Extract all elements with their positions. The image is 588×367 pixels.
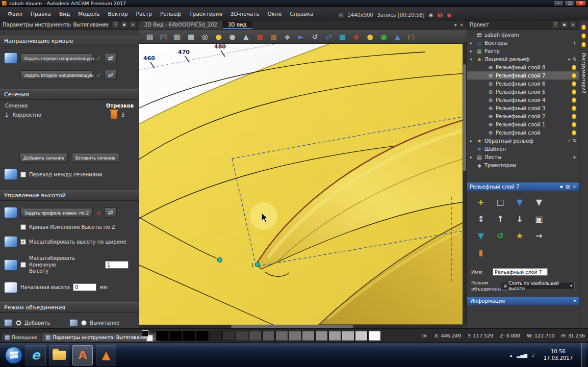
network-icon[interactable]: ▂▄▆	[517, 353, 527, 358]
add-layer-icon[interactable]: +	[471, 194, 491, 211]
taskbar-ie-button[interactable]: e	[25, 345, 46, 365]
color-swatch[interactable]	[209, 331, 222, 341]
compare-tool-icon[interactable]: ▲	[391, 31, 404, 42]
select-region-icon[interactable]: ■	[336, 31, 349, 42]
sphere-tool-icon[interactable]: ●	[377, 31, 390, 42]
maximize-button[interactable]: ❏	[565, 1, 575, 6]
vscroll-thumb[interactable]	[463, 64, 466, 171]
view-top-icon[interactable]: ▤	[157, 31, 170, 42]
close-button[interactable]: ×	[576, 1, 586, 6]
minimize-button[interactable]: –	[553, 1, 564, 6]
tree-action-icons[interactable]: +	[572, 154, 576, 160]
tab-list-chevron-icon[interactable]: ▾	[454, 22, 457, 28]
menu-item[interactable]: Модель	[74, 10, 103, 18]
color-swatch[interactable]	[156, 331, 169, 341]
transition-checkbox[interactable]	[20, 172, 26, 177]
color-swatch[interactable]	[302, 331, 315, 341]
carve-tool-icon[interactable]: ■	[267, 31, 280, 42]
droplet-tool-icon[interactable]: ●	[364, 31, 376, 42]
view-iso-icon[interactable]: ▧	[143, 31, 156, 42]
tree-item[interactable]: ▸ Обратный рельеф + ⇅	[467, 137, 579, 145]
swap-second-guide-button[interactable]: ⇄	[105, 70, 117, 80]
visibility-bulb-icon[interactable]	[572, 81, 576, 87]
height-section-header[interactable]: Управление высотой	[0, 190, 139, 201]
set-second-guide-button[interactable]: Задать вторую направляющую	[20, 70, 93, 80]
set-first-guide-button[interactable]: Задать первую направляющую	[20, 54, 93, 63]
view-front-icon[interactable]: ▥	[171, 31, 184, 42]
toolbox-bulb-icon-2[interactable]	[581, 33, 586, 39]
color-swatch[interactable]	[342, 331, 354, 341]
rotate-view-icon[interactable]: ↺	[309, 31, 321, 42]
layer-pin-icon[interactable]: ▪	[560, 184, 563, 189]
page-tool-icon[interactable]: ▤	[405, 31, 418, 42]
save-layer-icon[interactable]: ▼	[529, 194, 549, 211]
pause-record-icon[interactable]: ▮▮	[437, 12, 443, 18]
taskbar-artcam-button[interactable]: A	[72, 345, 93, 365]
color-swatch[interactable]	[236, 331, 248, 341]
menu-item[interactable]: Справка	[286, 10, 317, 18]
control-point-start[interactable]	[218, 258, 222, 263]
light-bulb-icon[interactable]: ●	[212, 31, 225, 42]
tree-item[interactable]: Рельефный слой 7	[467, 71, 579, 80]
menu-item[interactable]: Правка	[27, 10, 55, 18]
project-close-icon[interactable]: ×	[570, 21, 576, 28]
zoom-icon[interactable]: ◎	[198, 31, 211, 42]
z-curve-checkbox[interactable]	[20, 224, 26, 230]
color-swatch[interactable]	[196, 331, 209, 341]
tree-item[interactable]: Рельефный слой 1	[467, 120, 579, 128]
tree-item[interactable]: Рельефный слой 6	[467, 80, 579, 88]
swap-view-icon[interactable]: ⇄	[322, 31, 335, 42]
paint-layer-icon[interactable]: ★	[510, 227, 529, 244]
tree-item[interactable]: ▸ Листы +	[467, 153, 579, 161]
delete-layer-icon[interactable]: ▮	[471, 244, 491, 261]
tab-assistant[interactable]: Помощник	[1, 333, 41, 342]
tray-expand-icon[interactable]: ▴	[510, 353, 513, 358]
3d-scene[interactable]: 460 470 480	[139, 44, 463, 325]
layer-name-input[interactable]	[493, 268, 548, 276]
collapse-left-icon[interactable]: ◄	[421, 332, 428, 339]
merge-mode-select[interactable]: ⊕ Слить по наибольшей высоте ▾	[501, 282, 575, 290]
pin-icon[interactable]: ▪	[121, 21, 127, 28]
start-button[interactable]	[5, 347, 22, 364]
menu-item[interactable]: Вид	[56, 10, 73, 18]
sculpt-tool-icon[interactable]: ▲	[240, 31, 252, 42]
scale-width-checkbox[interactable]	[20, 239, 26, 245]
tree-item[interactable]: Рельефный слой	[467, 128, 579, 137]
add-section-button[interactable]: Добавить сечение	[19, 153, 67, 163]
sections-section-header[interactable]: Сечения	[0, 89, 139, 100]
menu-item[interactable]: Траектория	[186, 10, 226, 18]
project-help-icon[interactable]: ?	[552, 21, 559, 28]
erase-region-icon[interactable]: ◆	[350, 31, 363, 42]
color-swatch[interactable]	[368, 331, 381, 341]
section-row[interactable]: 1 Корректно 3	[0, 110, 139, 120]
guides-section-header[interactable]: Направляющие кривые	[0, 36, 139, 46]
visibility-bulb-icon[interactable]	[572, 130, 576, 136]
combine-section-header[interactable]: Режим объединения	[0, 302, 139, 313]
tree-item[interactable]: Рельефный слой 2	[467, 112, 579, 120]
screen-capture-icon[interactable]: ◉	[429, 12, 433, 18]
visibility-bulb-icon[interactable]	[572, 65, 576, 70]
layer-list-icon[interactable]: ▤	[566, 184, 570, 189]
smudge-tool-icon[interactable]: ◆	[281, 31, 294, 42]
control-point-1[interactable]	[255, 263, 260, 267]
volume-icon[interactable]: ♪	[532, 353, 535, 358]
menu-item[interactable]: Вектор	[104, 10, 131, 18]
show-desktop-button[interactable]	[581, 343, 586, 367]
color-swatch[interactable]	[249, 331, 262, 341]
delete-section-icon[interactable]	[111, 111, 117, 119]
color-swatch[interactable]	[222, 331, 235, 341]
move-tool-icon[interactable]: ►	[295, 31, 308, 42]
visibility-bulb-icon[interactable]	[572, 97, 576, 103]
tree-item[interactable]: Рельефный слой 5	[467, 88, 579, 96]
expander-icon[interactable]: ▸	[470, 139, 474, 143]
move-up-icon[interactable]: ↑	[491, 211, 510, 227]
duplicate-layer-icon[interactable]: ▣	[529, 211, 549, 227]
color-swatch[interactable]	[355, 331, 368, 341]
tree-action-icons[interactable]: + ⇅	[567, 138, 576, 143]
set-z-profile-button[interactable]: Задать профиль измен. по Z	[20, 208, 93, 218]
visibility-bulb-icon[interactable]	[572, 122, 576, 127]
visibility-bulb-icon[interactable]	[572, 106, 576, 111]
tab-3d-view[interactable]: 3D вид	[223, 21, 252, 29]
layer-close-icon[interactable]: ×	[572, 184, 576, 189]
tree-item[interactable]: ▸ Векторы +	[467, 39, 579, 47]
